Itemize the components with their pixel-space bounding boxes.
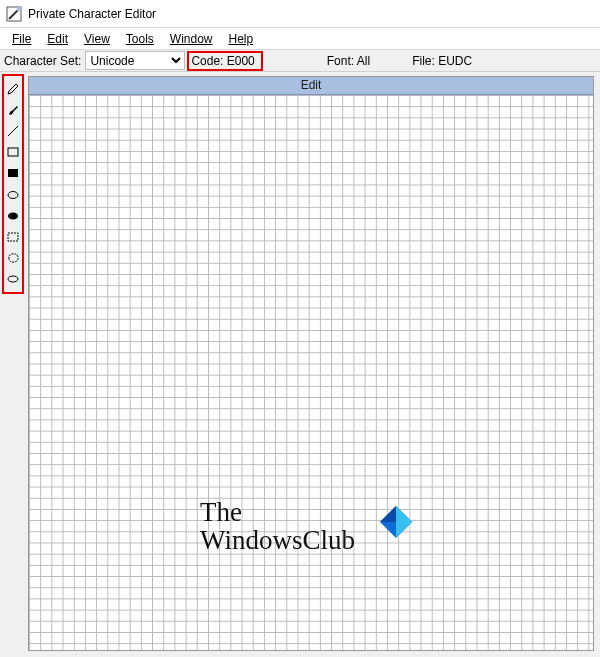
brush-icon (6, 103, 20, 117)
window-title: Private Character Editor (28, 7, 156, 21)
code-label: Code: (191, 54, 223, 68)
svg-line-2 (8, 126, 18, 136)
tool-ellipse-outline[interactable] (4, 185, 22, 204)
tool-eraser[interactable] (4, 270, 22, 289)
code-value: E000 (227, 54, 255, 68)
font-display: Font: All (323, 52, 378, 70)
ellipse-outline-icon (6, 188, 20, 202)
rectangle-filled-icon (6, 166, 20, 180)
file-value: EUDC (438, 54, 472, 68)
svg-point-6 (8, 212, 18, 219)
tool-rect-outline[interactable] (4, 143, 22, 162)
svg-rect-3 (8, 148, 18, 156)
menu-edit[interactable]: Edit (39, 30, 76, 48)
svg-point-8 (8, 276, 18, 282)
titlebar: Private Character Editor (0, 0, 600, 28)
svg-rect-4 (8, 169, 18, 177)
code-display: Code: E000 (187, 51, 262, 71)
tool-pencil[interactable] (4, 79, 22, 98)
ellipse-filled-icon (6, 209, 20, 223)
main-area: Edit (0, 72, 600, 657)
line-icon (6, 124, 20, 138)
toolbox (2, 74, 24, 294)
eraser-icon (6, 272, 20, 286)
font-label: Font: (327, 54, 354, 68)
tool-line[interactable] (4, 121, 22, 140)
rectangular-select-icon (6, 230, 20, 244)
tool-select-free[interactable] (4, 249, 22, 268)
file-label: File: (412, 54, 435, 68)
menu-view[interactable]: View (76, 30, 118, 48)
edit-grid[interactable] (29, 95, 593, 650)
canvas-window: Edit (28, 76, 594, 651)
canvas-title: Edit (29, 77, 593, 95)
rectangle-outline-icon (6, 145, 20, 159)
charset-select[interactable]: Unicode (85, 51, 185, 70)
tool-brush[interactable] (4, 100, 22, 119)
menubar: File Edit View Tools Window Help (0, 28, 600, 50)
menu-file[interactable]: File (4, 30, 39, 48)
svg-rect-7 (8, 233, 18, 241)
app-icon (6, 6, 22, 22)
infobar: Character Set: Unicode Code: E000 Font: … (0, 50, 600, 72)
charset-label: Character Set: (0, 54, 85, 68)
menu-help[interactable]: Help (221, 30, 262, 48)
tool-rect-filled[interactable] (4, 164, 22, 183)
file-display: File: EUDC (408, 52, 480, 70)
menu-tools[interactable]: Tools (118, 30, 162, 48)
pencil-icon (6, 82, 20, 96)
tool-ellipse-filled[interactable] (4, 206, 22, 225)
freeform-select-icon (6, 251, 20, 265)
svg-point-5 (8, 191, 18, 198)
svg-rect-1 (17, 7, 21, 11)
font-value: All (357, 54, 370, 68)
menu-window[interactable]: Window (162, 30, 221, 48)
tool-select-rect[interactable] (4, 227, 22, 246)
